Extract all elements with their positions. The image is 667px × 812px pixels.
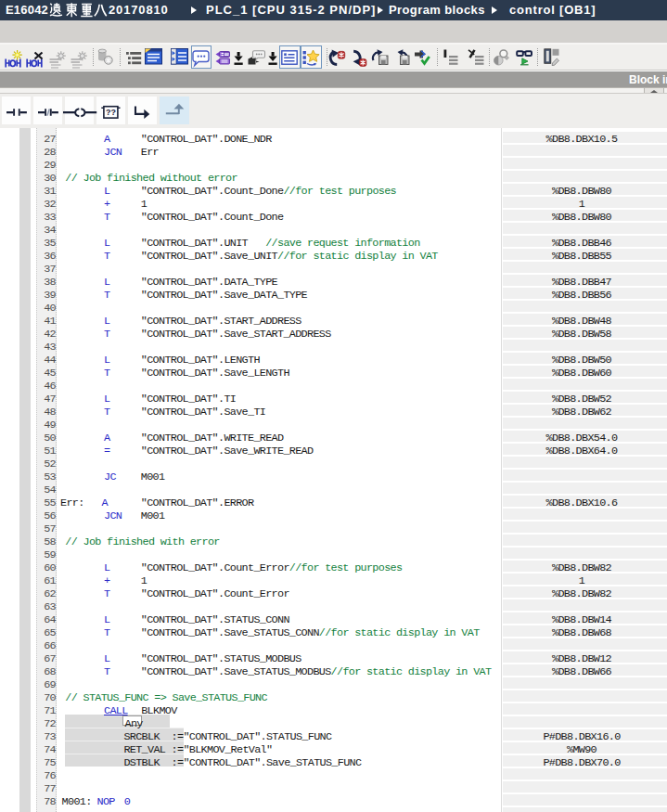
svg-text:??: ?? [106,108,116,117]
